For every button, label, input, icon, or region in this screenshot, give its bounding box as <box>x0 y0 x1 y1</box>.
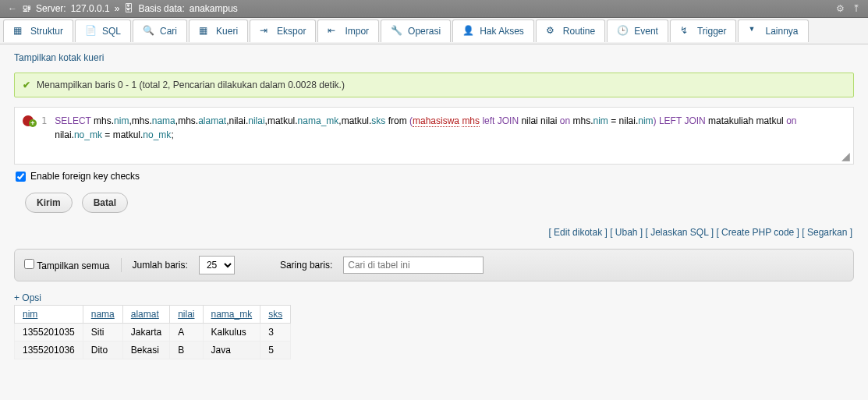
database-icon: 🗄 <box>124 3 133 14</box>
sql-editor: 1 SELECT mhs.nim,mhs.nama,mhs.alamat,nil… <box>14 107 854 165</box>
table-icon: ▦ <box>13 25 26 37</box>
tab-routine[interactable]: ⚙Routine <box>536 19 605 42</box>
edit-link[interactable]: Ubah <box>615 227 638 238</box>
col-nama[interactable]: nama <box>83 306 122 324</box>
nav-left-icon[interactable]: ← <box>8 3 17 14</box>
col-sks[interactable]: sks <box>260 306 291 324</box>
search-label: Saring baris: <box>280 260 332 271</box>
edit-inline-link[interactable]: Edit dikotak <box>554 227 602 238</box>
tab-ekspor[interactable]: ⇥Ekspor <box>250 19 316 42</box>
tab-kueri[interactable]: ▦Kueri <box>189 19 248 42</box>
filter-bar: Tampilkan semua Jumlah baris: 25 Saring … <box>14 249 854 281</box>
import-icon: ⇤ <box>328 25 340 37</box>
success-text: Menampilkan baris 0 - 1 (total 2, Pencar… <box>37 80 345 90</box>
results-table: nim nama alamat nilai nama_mk sks 135520… <box>14 305 291 359</box>
collapse-icon[interactable]: ⤒ <box>852 3 860 14</box>
tab-bar: ▦Struktur 📄SQL 🔍Cari ▦Kueri ⇥Ekspor ⇤Imp… <box>0 18 868 44</box>
line-number: 1 <box>41 114 47 126</box>
show-all-checkbox[interactable] <box>24 259 34 269</box>
tab-hak-akses[interactable]: 👤Hak Akses <box>452 19 534 42</box>
success-message: ✔ Menampilkan baris 0 - 1 (total 2, Penc… <box>14 73 854 97</box>
fk-label: Enable foreign key checks <box>30 171 140 182</box>
show-query-box-link[interactable]: Tampilkan kotak kueri <box>14 52 104 63</box>
tab-cari[interactable]: 🔍Cari <box>133 19 187 42</box>
tab-lainnya[interactable]: ▼Lainnya <box>738 19 808 42</box>
export-icon: ⇥ <box>260 25 272 37</box>
col-alamat[interactable]: alamat <box>122 306 169 324</box>
show-all[interactable]: Tampilkan semua <box>24 259 110 271</box>
db-label: Basis data: <box>138 3 184 14</box>
server-icon: 🖳 <box>22 3 31 14</box>
user-icon: 👤 <box>462 25 475 37</box>
query-icon: ▦ <box>199 25 211 37</box>
sql-icon: 📄 <box>85 25 97 37</box>
refresh-link[interactable]: Segarkan <box>807 227 847 238</box>
server-link[interactable]: 127.0.0.1 <box>71 3 110 14</box>
explain-sql-link[interactable]: Jelaskan SQL <box>650 227 708 238</box>
clock-icon: 🕒 <box>617 25 629 37</box>
cancel-button[interactable]: Batal <box>82 193 128 213</box>
tab-impor[interactable]: ⇤Impor <box>317 19 379 42</box>
chevron-down-icon: ▼ <box>748 25 760 37</box>
routine-icon: ⚙ <box>546 25 558 37</box>
wrench-icon: 🔧 <box>391 25 403 37</box>
gear-icon[interactable]: ⚙ <box>836 3 845 14</box>
check-icon: ✔ <box>23 80 30 90</box>
db-link[interactable]: anakampus <box>190 3 238 14</box>
create-php-link[interactable]: Create PHP code <box>721 227 794 238</box>
tab-trigger[interactable]: ↯Trigger <box>670 19 737 42</box>
table-row[interactable]: 1355201036 Dito Bekasi B Java 5 <box>15 342 291 359</box>
server-label: Server: <box>36 3 66 14</box>
submit-button[interactable]: Kirim <box>25 193 73 213</box>
col-nama-mk[interactable]: nama_mk <box>203 306 260 324</box>
breadcrumb: ← 🖳 Server: 127.0.0.1 » 🗄 Basis data: an… <box>0 0 868 18</box>
search-icon: 🔍 <box>143 25 155 37</box>
error-marker-icon[interactable] <box>23 115 34 126</box>
tab-operasi[interactable]: 🔧Operasi <box>381 19 451 42</box>
trigger-icon: ↯ <box>680 25 693 37</box>
tab-sql[interactable]: 📄SQL <box>75 19 131 42</box>
options-toggle[interactable]: + Opsi <box>14 292 854 303</box>
rows-select[interactable]: 25 <box>199 256 235 274</box>
col-nilai[interactable]: nilai <box>170 306 203 324</box>
tab-event[interactable]: 🕒Event <box>607 19 668 42</box>
tab-struktur[interactable]: ▦Struktur <box>3 19 73 42</box>
col-nim[interactable]: nim <box>15 306 83 324</box>
search-input[interactable] <box>343 257 484 274</box>
fk-checkbox[interactable] <box>16 172 26 182</box>
table-row[interactable]: 1355201035 Siti Jakarta A Kalkulus 3 <box>15 324 291 342</box>
rows-label: Jumlah baris: <box>133 260 188 271</box>
action-links: [ Edit dikotak ] [ Ubah ] [ Jelaskan SQL… <box>14 222 854 242</box>
resize-handle[interactable]: ◢ <box>15 148 853 164</box>
sql-code[interactable]: SELECT mhs.nim,mhs.nama,mhs.alamat,nilai… <box>55 114 845 142</box>
